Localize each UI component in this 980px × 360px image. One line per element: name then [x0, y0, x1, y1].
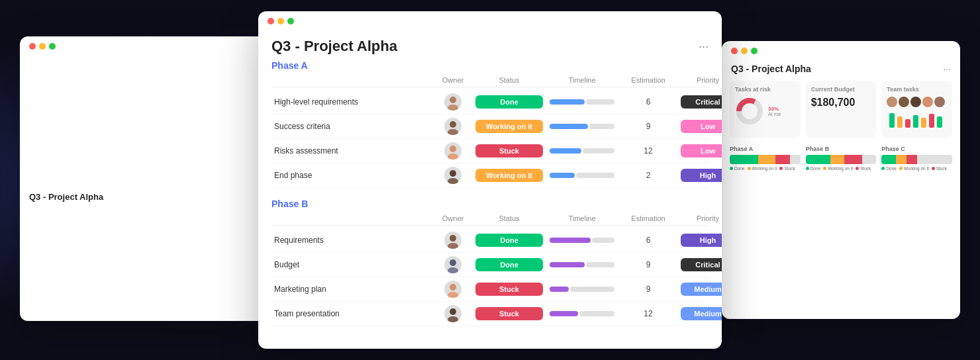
task-name: Requirements	[274, 236, 433, 245]
col-timeline: Timeline	[546, 214, 618, 222]
legend-label: Stuck	[860, 166, 871, 171]
legend-dot-working	[823, 167, 826, 170]
phase-c-chart-title: Phase C	[881, 146, 952, 152]
phase-a-legend: Done Working on it Stuck	[730, 166, 801, 171]
task-name: Marketing plan	[274, 285, 433, 294]
timeline-bar	[546, 173, 618, 178]
svg-rect-29	[889, 113, 895, 128]
team-avatar	[934, 97, 945, 107]
svg-point-22	[448, 267, 458, 273]
avatar	[444, 232, 462, 249]
col-priority: Priority	[678, 76, 722, 84]
dot-yellow	[277, 18, 284, 24]
dot-red	[731, 48, 738, 54]
svg-rect-30	[897, 116, 903, 128]
seg-done	[881, 155, 895, 164]
legend-dot-done	[881, 167, 885, 170]
col-priority: Priority	[678, 214, 722, 222]
phase-b-chart: Phase B Done Working on it Stuck	[806, 146, 877, 171]
seg-stuck	[906, 155, 917, 164]
center-more-button[interactable]: ···	[699, 40, 709, 54]
svg-point-16	[448, 154, 458, 159]
legend-label: Done	[734, 166, 745, 171]
svg-rect-35	[937, 116, 942, 128]
legend-stuck: Stuck	[856, 166, 871, 171]
phase-b-title: Phase B	[271, 199, 709, 209]
phase-a-chart: Phase A Done Working on it Stuck	[730, 146, 801, 171]
col-estimation: Estimation	[618, 76, 678, 84]
phase-c-legend: Done Working on it Stuck	[881, 166, 952, 171]
seg-done	[806, 155, 830, 164]
timeline-fill	[550, 238, 591, 243]
phase-b-section: Phase B Owner Status Timeline Estimation…	[258, 199, 722, 333]
timeline-bar	[546, 311, 618, 316]
seg-empty	[917, 155, 952, 164]
legend-working: Working on it	[823, 166, 853, 171]
team-bar-chart	[887, 110, 946, 130]
svg-point-11	[450, 97, 456, 103]
status-badge: Done	[475, 234, 543, 247]
team-tasks-card: Team tasks	[881, 81, 952, 138]
col-task	[274, 214, 433, 222]
legend-dot-done	[730, 167, 733, 170]
estimation: 9	[618, 285, 678, 294]
legend-label: Stuck	[784, 166, 795, 171]
estimation: 12	[618, 309, 678, 318]
window-controls	[258, 11, 722, 28]
avatar	[444, 305, 462, 322]
team-avatar	[910, 97, 921, 107]
legend-label: Working on it	[904, 166, 929, 171]
legend-done: Done	[730, 166, 745, 171]
estimation: 12	[618, 146, 678, 156]
dot-red	[268, 18, 274, 24]
col-status: Status	[473, 214, 546, 222]
status-badge: Stuck	[475, 283, 543, 296]
legend-label: Done	[810, 166, 821, 171]
right-more-button[interactable]: ···	[943, 64, 951, 74]
seg-working	[758, 155, 776, 164]
dot-green	[49, 43, 56, 50]
dot-green	[751, 48, 758, 54]
status-badge: Done	[475, 258, 543, 271]
timeline-fill	[550, 173, 575, 178]
col-owner: Owner	[433, 214, 473, 222]
left-panel-title: Q3 - Project Alpha	[29, 192, 103, 202]
timeline-fill	[550, 287, 569, 292]
svg-point-26	[448, 316, 458, 322]
priority-badge: Critical	[681, 95, 722, 109]
at-risk-pct: 33%	[768, 106, 781, 112]
at-risk-label: 33% At risk	[768, 106, 781, 116]
estimation: 9	[618, 260, 678, 269]
team-avatar	[899, 97, 909, 107]
timeline-bar	[546, 148, 618, 154]
task-name: Budget	[274, 260, 433, 269]
seg-working	[830, 155, 844, 164]
at-risk-sublabel: At risk	[768, 112, 781, 116]
legend-dot-working	[748, 167, 751, 170]
phase-a-bar	[730, 155, 801, 164]
tasks-at-risk-card: Tasks at risk 33% At risk	[730, 81, 801, 138]
timeline-empty	[592, 238, 614, 243]
estimation: 2	[618, 171, 678, 180]
status-badge: Working on it	[475, 120, 543, 133]
legend-label: Working on it	[752, 166, 777, 171]
dot-green	[287, 18, 294, 24]
avatar	[444, 256, 462, 273]
team-avatars	[887, 97, 947, 107]
avatar	[444, 167, 462, 184]
col-owner: Owner	[433, 76, 473, 84]
legend-label: Working on it	[828, 166, 853, 171]
phase-charts: Phase A Done Working on it Stuck	[722, 142, 960, 173]
svg-point-21	[450, 259, 456, 266]
seg-stuck	[775, 155, 789, 164]
team-label: Team tasks	[887, 86, 947, 93]
donut-chart: 33% At risk	[735, 97, 795, 126]
timeline-empty	[570, 287, 614, 292]
svg-rect-32	[913, 115, 918, 128]
phase-b-bar	[806, 155, 877, 164]
timeline-fill	[550, 262, 585, 267]
svg-point-20	[448, 243, 458, 249]
timeline-empty	[589, 124, 614, 129]
avatar	[444, 93, 462, 111]
dot-yellow	[39, 43, 46, 50]
